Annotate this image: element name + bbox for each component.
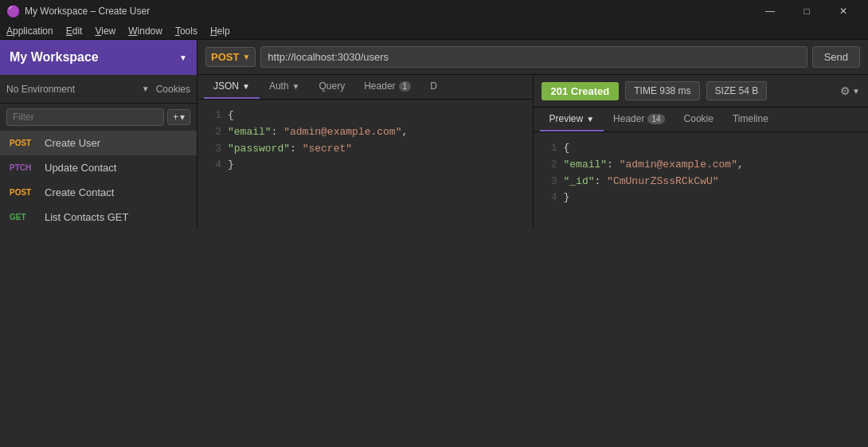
url-bar: POST ▼ Send [197, 40, 868, 75]
env-chevron-icon: ▼ [142, 84, 150, 93]
line-number: 3 [545, 174, 557, 190]
code-content: } [228, 157, 234, 174]
plus-icon: + [173, 112, 178, 123]
code-line: 3 "password": "secret" [209, 141, 522, 158]
request-tab-auth[interactable]: Auth ▼ [260, 75, 310, 99]
method-chevron-icon: ▼ [242, 53, 250, 61]
tab-dropdown-icon: ▼ [586, 115, 594, 124]
method-badge: GET [10, 213, 38, 222]
line-number: 4 [209, 157, 221, 174]
time-badge: TIME 938 ms [625, 81, 699, 100]
panels-container: JSON ▼Auth ▼QueryHeader 1D 1{2 "email": … [197, 75, 868, 229]
response-panel: 201 Created TIME 938 ms SIZE 54 B ⚙ ▼ Pr… [534, 75, 869, 229]
line-number: 2 [209, 124, 221, 141]
right-panel: POST ▼ Send JSON ▼Auth ▼QueryHeader 1D 1… [197, 40, 868, 229]
url-input[interactable] [260, 46, 807, 68]
main-body: My Workspace ▼ No Environment ▼ Cookies … [0, 40, 868, 229]
minimize-button[interactable]: — [752, 0, 788, 22]
settings-chevron-icon: ▼ [852, 87, 860, 96]
code-content: { [564, 140, 570, 157]
filter-input[interactable] [6, 108, 164, 126]
response-tab-cookie[interactable]: Cookie [674, 108, 723, 131]
request-tab-d[interactable]: D [420, 75, 447, 99]
request-list-item[interactable]: PTCH Update Contact [0, 155, 197, 180]
code-val: "secret" [303, 143, 352, 155]
request-name: Update Contact [45, 162, 116, 174]
code-val: "CmUnurZSssRCkCwU" [607, 175, 718, 187]
line-number: 4 [545, 190, 557, 206]
request-tab-json[interactable]: JSON ▼ [204, 75, 260, 99]
code-line: 4} [209, 157, 522, 174]
menu-window[interactable]: Window [122, 24, 169, 38]
request-tab-header[interactable]: Header 1 [354, 75, 420, 99]
menu-application[interactable]: Application [0, 24, 60, 38]
title-bar-text: My Workspace – Create User [25, 6, 747, 17]
code-line: 4} [545, 190, 858, 206]
code-line: 3 "_id": "CmUnurZSssRCkCwU" [545, 174, 858, 190]
close-button[interactable]: ✕ [825, 0, 862, 22]
line-number: 1 [545, 140, 557, 157]
menu-tools[interactable]: Tools [169, 24, 204, 38]
code-brace: } [564, 191, 570, 203]
request-list-item[interactable]: GET List Contacts GET [0, 205, 197, 229]
filter-row: + ▾ [0, 104, 197, 131]
cookies-button[interactable]: Cookies [156, 84, 190, 95]
sidebar: My Workspace ▼ No Environment ▼ Cookies … [0, 40, 197, 229]
tab-badge: 14 [647, 114, 664, 124]
request-list-item[interactable]: POST Create User [0, 131, 197, 155]
workspace-title: My Workspace [10, 50, 173, 65]
line-number: 3 [209, 141, 221, 158]
request-list: POST Create User PTCH Update Contact POS… [0, 131, 197, 229]
response-tab-timeline[interactable]: Timeline [723, 108, 778, 131]
method-badge: POST [10, 139, 38, 147]
request-name: List Contacts GET [45, 211, 128, 223]
code-line: 1{ [545, 140, 858, 157]
chevron-down-icon[interactable]: ▼ [179, 53, 187, 62]
chevron-right-icon: ▾ [180, 112, 185, 123]
title-bar-controls: — □ ✕ [752, 0, 862, 22]
send-button[interactable]: Send [812, 46, 860, 68]
menu-help[interactable]: Help [204, 24, 237, 38]
tab-dropdown-icon: ▼ [292, 82, 300, 91]
response-code-area: 1{2 "email": "admin@example.com",3 "_id"… [534, 132, 869, 229]
code-content: } [564, 190, 570, 206]
method-badge: PTCH [10, 163, 38, 172]
menu-edit[interactable]: Edit [60, 24, 89, 38]
response-tab-preview[interactable]: Preview ▼ [540, 108, 604, 131]
request-tab-query[interactable]: Query [310, 75, 355, 99]
maximize-button[interactable]: □ [788, 0, 825, 22]
menu-view[interactable]: View [88, 24, 122, 38]
response-tab-bar: Preview ▼Header 14CookieTimeline [534, 108, 869, 132]
menu-bar: Application Edit View Window Tools Help [0, 22, 868, 40]
line-number: 2 [545, 157, 557, 174]
code-content: "_id": "CmUnurZSssRCkCwU" [564, 174, 719, 190]
code-key: "password" [228, 143, 290, 155]
tab-dropdown-icon: ▼ [242, 82, 250, 91]
method-label: POST [211, 51, 239, 63]
code-val: "admin@example.com" [620, 159, 737, 171]
code-key: "email" [228, 126, 272, 138]
code-val: "admin@example.com" [283, 126, 401, 138]
code-line: 1{ [209, 108, 522, 124]
size-badge: SIZE 54 B [706, 81, 768, 100]
method-select[interactable]: POST ▼ [205, 47, 256, 67]
settings-button[interactable]: ⚙ ▼ [840, 84, 860, 97]
response-tab-header[interactable]: Header 14 [604, 108, 674, 131]
code-content: { [228, 108, 234, 124]
status-bar: 201 Created TIME 938 ms SIZE 54 B ⚙ ▼ [534, 75, 869, 108]
environment-selector[interactable]: No Environment [6, 84, 135, 95]
request-name: Create User [45, 137, 100, 149]
code-content: "email": "admin@example.com", [228, 124, 408, 141]
request-list-item[interactable]: POST Create Contact [0, 180, 197, 205]
app-icon: 🟣 [6, 5, 20, 18]
add-request-button[interactable]: + ▾ [167, 109, 190, 125]
tab-badge: 1 [399, 81, 412, 92]
request-code-area: 1{2 "email": "admin@example.com",3 "pass… [197, 100, 533, 229]
gear-icon: ⚙ [840, 84, 850, 97]
code-content: "email": "admin@example.com", [564, 157, 744, 174]
status-badge: 201 Created [542, 82, 620, 100]
code-brace: { [564, 142, 570, 154]
request-panel: JSON ▼Auth ▼QueryHeader 1D 1{2 "email": … [197, 75, 534, 229]
request-tab-bar: JSON ▼Auth ▼QueryHeader 1D [197, 75, 533, 100]
code-line: 2 "email": "admin@example.com", [545, 157, 858, 174]
